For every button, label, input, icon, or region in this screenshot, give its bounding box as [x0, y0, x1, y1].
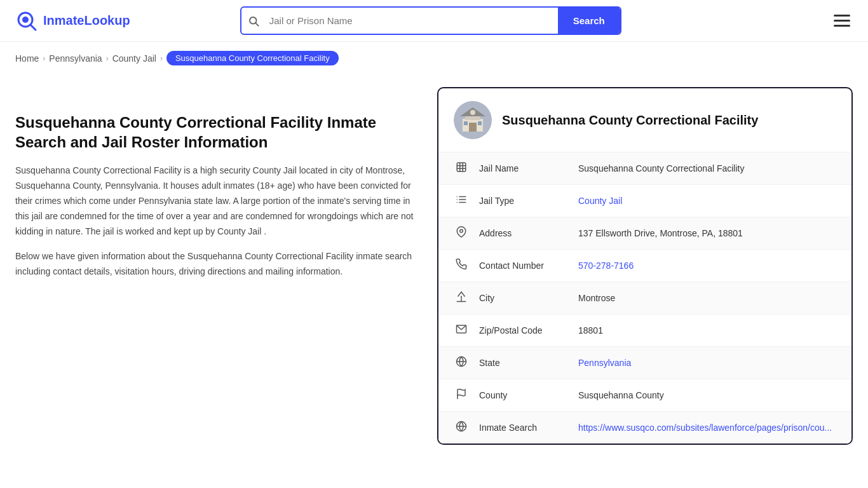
- info-value-2: 137 Ellsworth Drive, Montrose, PA, 18801: [578, 228, 836, 238]
- logo-icon: [15, 10, 38, 32]
- info-value-5: 18801: [578, 325, 836, 336]
- facility-avatar: [454, 101, 492, 139]
- location-icon: [454, 226, 469, 240]
- flag-icon: [454, 388, 469, 402]
- info-value-4: Montrose: [578, 293, 836, 303]
- page-title: Susquehanna County Correctional Facility…: [15, 112, 422, 152]
- info-label-3: Contact Number: [479, 261, 568, 271]
- info-link-6[interactable]: Pennsylvania: [578, 358, 631, 368]
- info-label-4: City: [479, 293, 568, 303]
- search-button[interactable]: Search: [558, 8, 620, 34]
- description-1: Susquehanna County Correctional Facility…: [15, 163, 422, 239]
- hamburger-line-2: [834, 20, 850, 22]
- facility-building-icon: [454, 101, 492, 139]
- breadcrumb-home[interactable]: Home: [15, 53, 39, 64]
- breadcrumb: Home › Pennsylvania › County Jail › Susq…: [0, 42, 868, 74]
- logo-link[interactable]: InmateLookup: [15, 10, 130, 32]
- search-wrapper: Search: [240, 6, 621, 35]
- info-label-8: Inmate Search: [479, 423, 568, 433]
- main-content: Susquehanna County Correctional Facility…: [0, 74, 868, 458]
- info-link-8[interactable]: https://www.susqco.com/subsites/lawenfor…: [578, 423, 832, 433]
- svg-point-24: [460, 229, 463, 233]
- search-globe-icon: [454, 421, 469, 435]
- info-label-7: County: [479, 390, 568, 400]
- breadcrumb-pennsylvania[interactable]: Pennsylvania: [49, 53, 102, 64]
- svg-point-1: [22, 17, 29, 23]
- header: InmateLookup Search: [0, 0, 868, 42]
- globe-icon: [454, 356, 469, 370]
- svg-rect-11: [478, 121, 482, 125]
- info-row-jail-type: Jail TypeCounty Jail: [438, 185, 851, 217]
- info-rows: Jail NameSusquehanna County Correctional…: [438, 152, 851, 444]
- info-row-zip/postal-code: Zip/Postal Code18801: [438, 315, 851, 347]
- facility-card: Susquehanna County Correctional Facility…: [437, 87, 853, 445]
- info-row-inmate-search: Inmate Searchhttps://www.susqco.com/subs…: [438, 412, 851, 444]
- description-2: Below we have given information about th…: [15, 249, 422, 280]
- info-value-6[interactable]: Pennsylvania: [578, 358, 836, 368]
- search-area: Search: [240, 6, 621, 35]
- right-column: Susquehanna County Correctional Facility…: [437, 87, 853, 445]
- city-icon: [454, 291, 469, 305]
- info-label-1: Jail Type: [479, 196, 568, 206]
- svg-line-2: [31, 25, 36, 30]
- svg-rect-13: [457, 163, 466, 172]
- facility-name: Susquehanna County Correctional Facility: [502, 113, 758, 128]
- info-value-7: Susquehanna County: [578, 390, 836, 400]
- search-icon-wrap: [241, 10, 266, 32]
- breadcrumb-chevron-1: ›: [43, 54, 45, 63]
- breadcrumb-chevron-3: ›: [160, 54, 163, 63]
- info-link-1[interactable]: County Jail: [578, 196, 622, 206]
- info-label-2: Address: [479, 228, 568, 238]
- info-value-8[interactable]: https://www.susqco.com/subsites/lawenfor…: [578, 423, 836, 433]
- breadcrumb-county-jail[interactable]: County Jail: [112, 53, 156, 64]
- info-row-city: CityMontrose: [438, 282, 851, 315]
- jail-icon: [454, 161, 469, 175]
- svg-rect-9: [469, 123, 477, 132]
- hamburger-menu-button[interactable]: [831, 12, 853, 29]
- facility-card-header: Susquehanna County Correctional Facility: [438, 88, 851, 152]
- info-row-contact-number: Contact Number570-278-7166: [438, 250, 851, 282]
- hamburger-line-3: [834, 25, 850, 27]
- info-label-0: Jail Name: [479, 163, 568, 173]
- info-value-1[interactable]: County Jail: [578, 196, 836, 206]
- search-icon: [248, 15, 259, 27]
- info-row-jail-name: Jail NameSusquehanna County Correctional…: [438, 152, 851, 185]
- svg-line-4: [255, 23, 258, 25]
- info-value-3[interactable]: 570-278-7166: [578, 261, 836, 271]
- info-label-6: State: [479, 358, 568, 368]
- hamburger-line-1: [834, 15, 850, 17]
- info-link-3[interactable]: 570-278-7166: [578, 261, 634, 271]
- svg-rect-10: [464, 121, 468, 125]
- info-label-5: Zip/Postal Code: [479, 325, 568, 336]
- breadcrumb-chevron-2: ›: [106, 54, 109, 63]
- info-row-county: CountySusquehanna County: [438, 379, 851, 412]
- info-row-address: Address137 Ellsworth Drive, Montrose, PA…: [438, 217, 851, 250]
- info-row-state: StatePennsylvania: [438, 347, 851, 379]
- info-value-0: Susquehanna County Correctional Facility: [578, 163, 836, 173]
- breadcrumb-active: Susquehanna County Correctional Facility: [166, 51, 339, 65]
- search-input[interactable]: [266, 9, 558, 32]
- svg-point-12: [470, 110, 475, 115]
- phone-icon: [454, 259, 469, 273]
- mail-icon: [454, 323, 469, 337]
- logo-text: InmateLookup: [43, 13, 130, 28]
- list-icon: [454, 194, 469, 208]
- left-column: Susquehanna County Correctional Facility…: [15, 87, 422, 445]
